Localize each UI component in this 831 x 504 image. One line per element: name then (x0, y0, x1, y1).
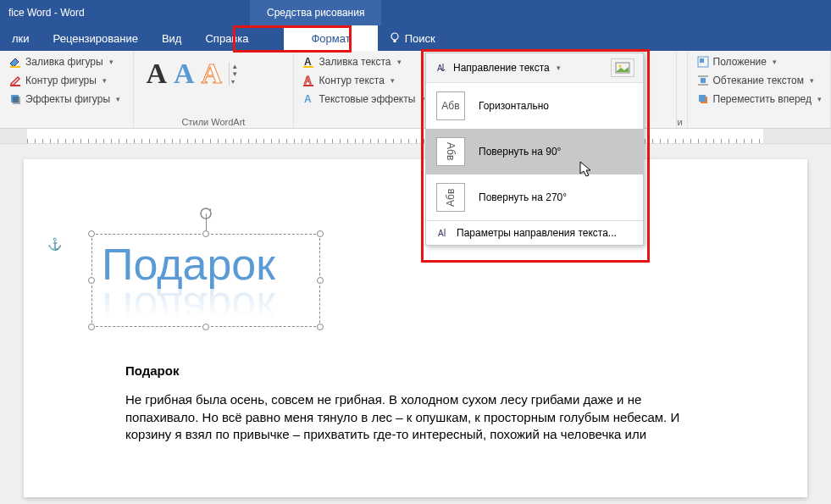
ribbon-tabs: лки Рецензирование Вид Справка Формат По… (0, 25, 831, 51)
text-direction-button[interactable]: A Направление текста ▾ (426, 53, 643, 83)
wordart-object[interactable]: Подарок Подарок (91, 234, 320, 327)
horizontal-ruler[interactable] (0, 129, 831, 144)
tab-links[interactable]: лки (0, 25, 42, 51)
ribbon-group-shape-styles: Заливка фигуры Контур фигуры Эффекты фиг… (0, 51, 134, 128)
doc-heading[interactable]: Подарок (125, 363, 706, 379)
text-direction-icon: A (435, 61, 448, 75)
svg-text:A: A (304, 75, 312, 86)
ribbon-group-accessibility-partial: ожности (677, 51, 688, 128)
svg-rect-5 (13, 97, 20, 104)
tab-help[interactable]: Справка (193, 25, 260, 51)
svg-rect-3 (10, 85, 20, 86)
text-direction-horizontal[interactable]: Абв Горизонтально (426, 83, 643, 129)
wordart-style-2[interactable]: А (174, 58, 195, 90)
tab-format[interactable]: Формат (284, 25, 377, 51)
bring-forward-icon (696, 92, 710, 106)
position-icon (696, 55, 710, 69)
text-direction-rotate-270[interactable]: Абв Повернуть на 270° (426, 174, 643, 220)
text-direction-rotate-90[interactable]: Абв Повернуть на 90° (426, 129, 643, 174)
text-outline-icon: A (302, 74, 316, 87)
text-direction-options-icon: A (436, 226, 450, 240)
picture-icon (615, 62, 630, 74)
shape-effects-button[interactable]: Эффекты фигуры (5, 91, 124, 108)
wordart-reflection: Подарок (102, 283, 275, 334)
text-direction-menu: A Направление текста ▾ Абв Горизонтально… (425, 53, 644, 246)
bring-forward-button[interactable]: Переместить вперед (693, 91, 825, 108)
wordart-gallery[interactable]: А А А ▲ ▼ ▾ (139, 53, 287, 95)
wrap-text-icon (696, 74, 710, 87)
page[interactable]: ⚓ Подарок Подарок Подарок Не грибная был… (24, 159, 807, 497)
effects-icon (8, 92, 22, 106)
pen-outline-icon (8, 74, 22, 87)
svg-rect-12 (700, 58, 704, 63)
svg-text:A: A (438, 229, 444, 238)
shape-fill-button[interactable]: Заливка фигуры (5, 53, 117, 70)
text-fill-icon: A (302, 55, 316, 69)
svg-rect-17 (699, 95, 706, 102)
anchor-icon: ⚓ (47, 237, 62, 251)
gallery-down-icon[interactable]: ▼ (231, 70, 238, 78)
svg-point-20 (619, 65, 622, 68)
svg-rect-13 (701, 78, 706, 83)
doc-paragraph[interactable]: Не грибная была осень, совсем не грибная… (125, 391, 706, 443)
svg-rect-7 (303, 66, 313, 68)
wordart-style-3[interactable]: А (202, 58, 223, 90)
svg-rect-9 (303, 85, 313, 86)
text-outline-button[interactable]: AКонтур текста (299, 72, 398, 89)
rotate-stem (206, 213, 207, 230)
resize-handle-br[interactable] (317, 324, 324, 330)
position-button[interactable]: Положение (693, 53, 780, 70)
text-fill-button[interactable]: AЗаливка текста (299, 53, 405, 70)
wrap-text-button[interactable]: Обтекание текстом (693, 72, 817, 89)
tell-me-search[interactable]: Поиск (378, 25, 446, 51)
ribbon-group-wordart-styles: А А А ▲ ▼ ▾ Стили WordArt (134, 51, 293, 128)
svg-rect-2 (10, 66, 20, 68)
group-label-wordart: Стили WordArt (134, 117, 292, 127)
paint-bucket-icon (8, 55, 22, 69)
shape-outline-button[interactable]: Контур фигуры (5, 72, 110, 89)
gallery-up-icon[interactable]: ▲ (231, 63, 238, 70)
thumb-rotate-90: Абв (436, 137, 465, 166)
svg-rect-1 (393, 40, 396, 42)
lightbulb-icon (388, 31, 402, 45)
tab-review[interactable]: Рецензирование (42, 25, 150, 51)
app-title: fice Word - Word (8, 7, 85, 19)
wordart-style-1[interactable]: А (146, 58, 167, 90)
svg-text:A: A (437, 64, 443, 73)
svg-text:A: A (304, 93, 312, 105)
resize-handle-bl[interactable] (88, 324, 95, 330)
thumb-rotate-270: Абв (436, 183, 465, 212)
chevron-down-icon: ▾ (557, 64, 561, 72)
ribbon: Заливка фигуры Контур фигуры Эффекты фиг… (0, 51, 831, 129)
document-area: ⚓ Подарок Подарок Подарок Не грибная был… (0, 144, 831, 504)
contextual-tab-label: Средства рисования (250, 0, 381, 25)
text-effects-button[interactable]: AТекстовые эффекты (299, 91, 429, 108)
text-direction-options[interactable]: A Параметры направления текста... (426, 221, 643, 245)
ribbon-group-wordart-text: AЗаливка текста AКонтур текста AТекстовы… (294, 51, 425, 128)
svg-text:A: A (304, 56, 312, 68)
gallery-more-icon[interactable]: ▾ (231, 78, 238, 86)
thumb-horizontal: Абв (436, 91, 465, 120)
svg-point-0 (391, 33, 398, 40)
title-bar: fice Word - Word Средства рисования (0, 0, 831, 25)
alt-text-button[interactable] (611, 58, 634, 77)
text-effects-icon: A (302, 92, 316, 106)
tab-view[interactable]: Вид (150, 25, 194, 51)
ribbon-group-arrange: Положение Обтекание текстом Переместить … (688, 51, 831, 128)
